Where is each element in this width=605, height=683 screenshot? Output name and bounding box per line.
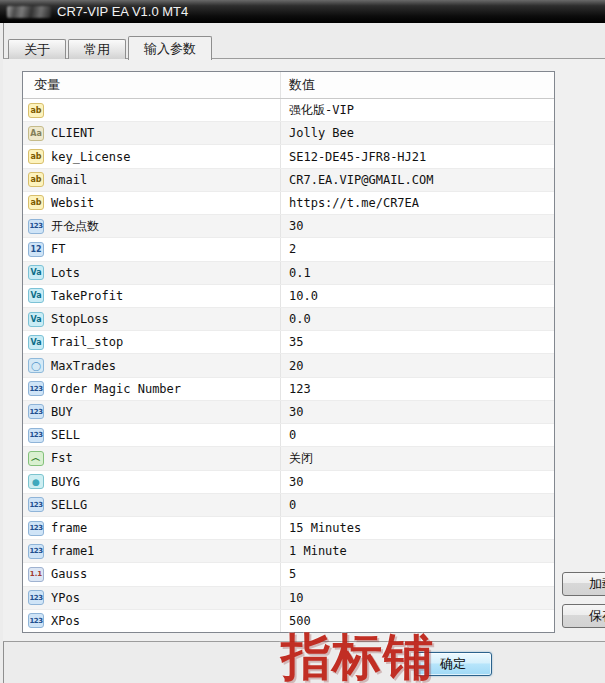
param-value[interactable]: 10 bbox=[281, 587, 554, 609]
param-value[interactable]: 30 bbox=[281, 471, 554, 493]
param-name-cell: abkey_License bbox=[23, 145, 281, 167]
param-name-cell: 12FT bbox=[23, 238, 281, 260]
param-value[interactable]: 5 bbox=[281, 563, 554, 585]
param-name: FT bbox=[51, 242, 65, 256]
table-row[interactable]: ab强化版-VIP bbox=[23, 99, 554, 122]
param-name: CLIENT bbox=[51, 126, 94, 140]
table-row[interactable]: VaTrail_stop35 bbox=[23, 331, 554, 354]
param-value[interactable]: 30 bbox=[281, 215, 554, 237]
title-bar[interactable]: CR7-VIP EA V1.0 MT4 bbox=[0, 0, 605, 23]
param-name: Gauss bbox=[51, 567, 87, 581]
save-button[interactable]: 保存 bbox=[562, 604, 605, 628]
param-value[interactable]: 关闭 bbox=[281, 447, 554, 469]
param-name: BUY bbox=[51, 405, 73, 419]
function-param-icon: 1.1 bbox=[28, 567, 44, 582]
param-name-cell: VaTrail_stop bbox=[23, 331, 281, 353]
table-row[interactable]: 123BUY30 bbox=[23, 401, 554, 424]
column-header-value[interactable]: 数值 bbox=[281, 72, 554, 98]
table-row[interactable]: AaCLIENTJolly Bee bbox=[23, 122, 554, 145]
integer-param-icon: 123 bbox=[28, 428, 44, 443]
table-row[interactable]: 12FT2 bbox=[23, 238, 554, 261]
param-name-cell: VaLots bbox=[23, 262, 281, 284]
param-value[interactable]: 0.1 bbox=[281, 262, 554, 284]
table-row[interactable]: ︿Fst关闭 bbox=[23, 447, 554, 470]
param-name-cell: 123SELLG bbox=[23, 494, 281, 516]
param-name-cell: 123SELL bbox=[23, 424, 281, 446]
param-name-cell: 123开仓点数 bbox=[23, 215, 281, 237]
param-value[interactable]: 0 bbox=[281, 494, 554, 516]
table-row[interactable]: VaLots0.1 bbox=[23, 262, 554, 285]
table-row[interactable]: 123Order Magic Number123 bbox=[23, 378, 554, 401]
param-value[interactable]: CR7.EA.VIP@GMAIL.COM bbox=[281, 169, 554, 191]
param-value[interactable]: SE12-DE45-JFR8-HJ21 bbox=[281, 145, 554, 167]
table-row[interactable]: abWebsithttps://t.me/CR7EA bbox=[23, 192, 554, 215]
param-name: Websit bbox=[51, 196, 94, 210]
column-header-variable[interactable]: 变量 bbox=[23, 72, 281, 98]
table-row[interactable]: 123开仓点数30 bbox=[23, 215, 554, 238]
param-name-cell: ●BUYG bbox=[23, 471, 281, 493]
double-param-icon: Va bbox=[28, 312, 44, 327]
table-row[interactable]: abGmailCR7.EA.VIP@GMAIL.COM bbox=[23, 169, 554, 192]
param-value[interactable]: 20 bbox=[281, 354, 554, 376]
string-param-icon: ab bbox=[28, 149, 44, 164]
integer-param-icon: 12 bbox=[28, 242, 44, 257]
integer-param-icon: 123 bbox=[28, 590, 44, 605]
integer-param-icon: 123 bbox=[28, 521, 44, 536]
table-row[interactable]: ◯MaxTrades20 bbox=[23, 354, 554, 377]
param-value[interactable]: 35 bbox=[281, 331, 554, 353]
table-row[interactable]: 123SELL0 bbox=[23, 424, 554, 447]
param-name: Trail_stop bbox=[51, 335, 123, 349]
param-value[interactable]: https://t.me/CR7EA bbox=[281, 192, 554, 214]
double-param-icon: Va bbox=[28, 265, 44, 280]
tab-page: 变量 数值 ab强化版-VIPAaCLIENTJolly Beeabkey_Li… bbox=[3, 58, 605, 642]
app-icon bbox=[7, 6, 51, 18]
param-name: TakeProfit bbox=[51, 289, 123, 303]
param-name: MaxTrades bbox=[51, 359, 116, 373]
param-value[interactable]: 30 bbox=[281, 401, 554, 423]
param-name-cell: ︿Fst bbox=[23, 447, 281, 469]
param-name-cell: VaStopLoss bbox=[23, 308, 281, 330]
param-name: Lots bbox=[51, 266, 80, 280]
param-name: YPos bbox=[51, 591, 80, 605]
param-name-cell: 123XPos bbox=[23, 610, 281, 632]
table-row[interactable]: VaStopLoss0.0 bbox=[23, 308, 554, 331]
table-row[interactable]: 1.1Gauss5 bbox=[23, 563, 554, 586]
table-row[interactable]: VaTakeProfit10.0 bbox=[23, 285, 554, 308]
param-name: frame1 bbox=[51, 544, 94, 558]
double-param-icon: Va bbox=[28, 288, 44, 303]
tab-common[interactable]: 常用 bbox=[68, 39, 126, 59]
parameters-table: 变量 数值 ab强化版-VIPAaCLIENTJolly Beeabkey_Li… bbox=[22, 71, 555, 633]
table-header-row: 变量 数值 bbox=[23, 72, 554, 99]
param-name-cell: 123BUY bbox=[23, 401, 281, 423]
param-value[interactable]: 0 bbox=[281, 424, 554, 446]
load-button[interactable]: 加载 bbox=[562, 572, 605, 596]
table-row[interactable]: 123frame11 Minute bbox=[23, 540, 554, 563]
table-row[interactable]: abkey_LicenseSE12-DE45-JFR8-HJ21 bbox=[23, 145, 554, 168]
param-name: BUYG bbox=[51, 475, 80, 489]
double-param-icon: Va bbox=[28, 335, 44, 350]
param-value[interactable]: Jolly Bee bbox=[281, 122, 554, 144]
param-value[interactable]: 0.0 bbox=[281, 308, 554, 330]
window-title: CR7-VIP EA V1.0 MT4 bbox=[57, 4, 188, 19]
enum-param-icon: ︿ bbox=[28, 451, 44, 466]
param-value[interactable]: 15 Minutes bbox=[281, 517, 554, 539]
param-value[interactable]: 123 bbox=[281, 378, 554, 400]
param-name-cell: 123YPos bbox=[23, 587, 281, 609]
param-name: Order Magic Number bbox=[51, 382, 181, 396]
table-row[interactable]: ●BUYG30 bbox=[23, 471, 554, 494]
tab-inputs[interactable]: 输入参数 bbox=[128, 36, 212, 60]
param-value[interactable]: 强化版-VIP bbox=[281, 99, 554, 121]
integer-param-icon: 123 bbox=[28, 544, 44, 559]
text-param-icon: Aa bbox=[28, 126, 44, 141]
param-value[interactable]: 10.0 bbox=[281, 285, 554, 307]
table-row[interactable]: 123SELLG0 bbox=[23, 494, 554, 517]
table-row[interactable]: 123frame15 Minutes bbox=[23, 517, 554, 540]
param-value[interactable]: 2 bbox=[281, 238, 554, 260]
tab-about[interactable]: 关于 bbox=[8, 39, 66, 59]
param-name: 开仓点数 bbox=[51, 218, 99, 235]
param-name-cell: 123frame1 bbox=[23, 540, 281, 562]
table-row[interactable]: 123YPos10 bbox=[23, 587, 554, 610]
param-value[interactable]: 1 Minute bbox=[281, 540, 554, 562]
param-name: Gmail bbox=[51, 173, 87, 187]
param-name-cell: VaTakeProfit bbox=[23, 285, 281, 307]
